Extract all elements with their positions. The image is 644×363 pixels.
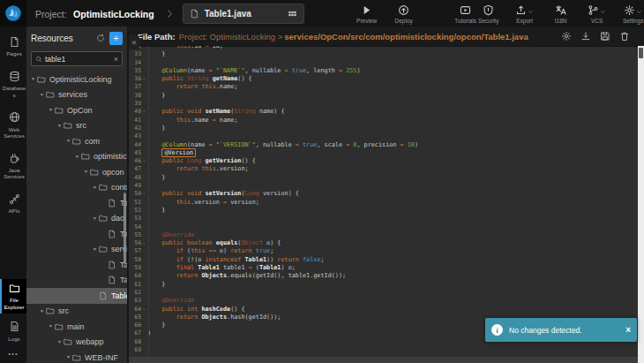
settings-button[interactable]: Settings [622, 4, 644, 24]
vertical-scrollbar-thumb[interactable] [639, 48, 643, 58]
app-logo-icon[interactable] [0, 0, 26, 26]
tree-item-optimisticlocking[interactable]: OptimisticLocking [26, 72, 127, 87]
line-number: 63 [129, 297, 141, 305]
fold-marker[interactable]: - [141, 239, 147, 247]
folder-icon [64, 121, 73, 130]
code-line: 61 } [129, 281, 638, 289]
vcs-label: VCS [591, 18, 603, 24]
left-sidebar: PagesDatabasesWeb ServicesJava ServicesA… [0, 26, 26, 363]
line-number: 59 [129, 264, 141, 272]
tree-item-table1dao-java[interactable]: Table1Dao.java [26, 226, 127, 242]
caret-down-icon[interactable] [92, 185, 99, 191]
refresh-icon[interactable] [96, 34, 105, 42]
settings-icon[interactable] [561, 31, 572, 42]
tree-item-table1service-java[interactable]: Table1Service.java [26, 257, 127, 273]
code-line: 41 this.name = name; [129, 117, 638, 125]
sidebar-item-logs[interactable]: Logs [0, 317, 26, 345]
vcs-button[interactable]: VCS [586, 4, 609, 24]
clear-search-icon[interactable]: × [114, 55, 118, 64]
tree-item-dao[interactable]: dao [26, 211, 127, 227]
caret-down-icon[interactable] [48, 107, 55, 113]
caret-down-icon[interactable] [74, 154, 81, 160]
caret-down-icon[interactable] [92, 216, 99, 222]
project-label: Project: [35, 9, 67, 19]
fold-marker[interactable]: - [141, 108, 147, 116]
horizontal-scrollbar[interactable] [129, 357, 638, 363]
fold-marker[interactable]: - [141, 306, 147, 314]
caret-down-icon[interactable] [39, 92, 46, 98]
tree-item-com[interactable]: com [26, 133, 127, 149]
caret-down-icon[interactable] [56, 339, 64, 345]
code-editor[interactable]: 32 this.id = id;33 }3435 @Column(name = … [129, 46, 638, 357]
doc-icon [9, 36, 20, 49]
chevron-right-icon [165, 9, 175, 19]
security-button[interactable]: Security [477, 4, 500, 24]
fold-marker[interactable]: - [141, 157, 147, 165]
tutorials-button[interactable]: Tutorials [454, 4, 477, 24]
caret-down-icon[interactable] [48, 323, 55, 329]
download-icon[interactable] [580, 31, 591, 42]
api-icon [9, 193, 20, 206]
caret-down-icon[interactable] [83, 169, 90, 175]
line-number: 49 [129, 182, 141, 190]
tree-item-src[interactable]: src [26, 118, 127, 134]
export-button[interactable]: Export [513, 4, 536, 24]
sidebar-item-pages[interactable]: Pages [0, 33, 26, 61]
tree-item-services[interactable]: services [26, 87, 127, 103]
tree-item-table1serviceimpl-java[interactable]: Table1ServiceImpl.java [26, 273, 127, 289]
caret-down-icon[interactable] [30, 76, 37, 82]
search-input[interactable] [45, 55, 111, 64]
sidebar-item-web-services[interactable]: Web Services [0, 108, 26, 142]
caret-down-icon[interactable] [65, 138, 72, 144]
tree-item-service[interactable]: service [26, 242, 127, 258]
file-path-actions [561, 31, 644, 42]
preview-button[interactable]: Preview [356, 4, 378, 24]
delete-icon[interactable] [619, 31, 630, 42]
caret-down-icon[interactable] [39, 308, 46, 314]
open-file-tab[interactable]: Table1.java [183, 4, 304, 24]
collapse-panel-button[interactable]: « [129, 35, 139, 49]
tree-item-main[interactable]: main [26, 319, 127, 335]
tree-item-table1-java[interactable]: Table1.java [26, 288, 127, 304]
tree-item-web-inf[interactable]: WEB-INF [26, 350, 127, 363]
scrollbar-corner [638, 357, 644, 363]
tree-scrollbar-thumb[interactable] [124, 193, 126, 263]
toast-close-icon[interactable]: × [625, 325, 631, 335]
tree-item-opcon[interactable]: OpCon [26, 102, 127, 118]
navbar-tools: SecurityExportI18NVCSSettings [477, 4, 644, 24]
tree-item-table1controller-java[interactable]: Table1Controller.java [26, 195, 127, 211]
file-path-project: Project: OptimisticLocking > [179, 32, 282, 42]
caret-down-icon[interactable] [92, 246, 99, 253]
more-options-button[interactable]: ••• [0, 345, 26, 363]
folder-icon [55, 322, 64, 331]
line-number: 46 [129, 157, 141, 165]
sidebar-item-apis[interactable]: APIs [0, 190, 26, 218]
tree-item-src[interactable]: src [26, 304, 127, 320]
tree-item-optimisticlocking[interactable]: optimisticlocking [26, 149, 127, 165]
sidebar-item-java-services[interactable]: Java Services [0, 149, 26, 184]
sidebar-item-databases[interactable]: Databases [0, 67, 26, 102]
security-label: Security [478, 18, 498, 24]
fold-marker[interactable]: - [141, 190, 147, 198]
folder-icon [81, 152, 91, 161]
add-resource-button[interactable]: + [109, 32, 123, 45]
search-icon [35, 56, 42, 63]
line-number: 67 [129, 329, 141, 337]
tree-item-controller[interactable]: controller [26, 180, 127, 196]
video-icon [460, 4, 471, 16]
deploy-button[interactable]: Deploy [393, 4, 416, 24]
code-line: 57 if (this == o) return true; [129, 247, 638, 255]
caret-down-icon[interactable] [65, 354, 72, 360]
tab-label: Table1.java [205, 9, 282, 19]
tree-item-webapp[interactable]: webapp [26, 335, 127, 351]
i18n-button[interactable]: I18N [550, 4, 573, 24]
caret-down-icon[interactable] [56, 123, 64, 129]
sidebar-item-file-explorer[interactable]: File Explorer [0, 279, 26, 314]
fold-marker[interactable]: - [141, 75, 147, 83]
folder-icon [99, 214, 109, 223]
tree-item-opcon[interactable]: opcon [26, 164, 127, 180]
save-icon[interactable] [600, 31, 610, 42]
vertical-scrollbar[interactable] [638, 46, 644, 357]
grid-icon[interactable] [288, 9, 297, 19]
code-line: 51 this.version = version; [129, 199, 638, 207]
